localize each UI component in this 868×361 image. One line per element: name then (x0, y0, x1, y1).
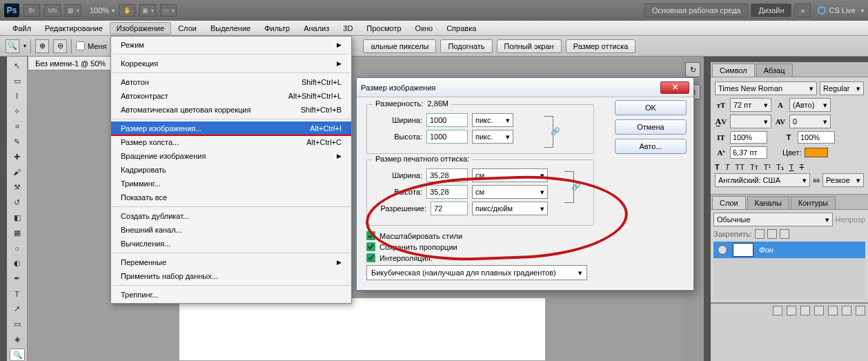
move-tool-icon[interactable]: ↖ (10, 59, 25, 72)
screen-mode-button[interactable]: ▭▾ (160, 4, 177, 17)
text-color-swatch[interactable] (805, 148, 828, 157)
font-style-select[interactable]: Regular▾ (820, 81, 864, 95)
chain-icon[interactable]: 🔗 (551, 127, 560, 136)
group-icon[interactable] (828, 306, 838, 315)
menu-item[interactable]: Применить набор данных... (111, 269, 351, 283)
tab-symbol[interactable]: Символ (712, 64, 755, 77)
new-layer-icon[interactable] (842, 306, 851, 315)
underline-icon[interactable]: T (789, 163, 794, 172)
resolution-input[interactable] (431, 202, 468, 215)
antialias-select[interactable]: Резкое▾ (822, 173, 864, 187)
path-tool-icon[interactable]: ↗ (10, 303, 25, 315)
mask-icon[interactable] (800, 306, 810, 315)
tab-layers[interactable]: Слои (712, 196, 746, 209)
menu-item[interactable]: Переменные▶ (111, 255, 351, 269)
dialog-titlebar[interactable]: Размер изображения ✕ (357, 78, 693, 97)
lock-all-icon[interactable] (780, 229, 789, 239)
menu-image[interactable]: Изображение (110, 22, 171, 35)
menu-item[interactable]: Коррекция▶ (111, 57, 351, 70)
hscale-input[interactable]: 100% (798, 131, 835, 144)
eraser-tool-icon[interactable]: ◧ (10, 211, 25, 224)
menu-item[interactable]: АвтотонShift+Ctrl+L (111, 75, 351, 89)
print-height-unit[interactable]: см▾ (472, 185, 548, 199)
menu-item[interactable]: Тримминг... (111, 177, 351, 191)
print-height-input[interactable] (426, 185, 468, 199)
brush-tool-icon[interactable]: 🖌 (10, 166, 25, 178)
tab-paragraph[interactable]: Абзац (756, 64, 793, 77)
cslive-button[interactable]: CS Live ▾ (818, 6, 864, 14)
menu-item[interactable]: Вращение изображения▶ (111, 149, 351, 163)
shape-tool-icon[interactable]: ▭ (10, 318, 25, 331)
menu-item[interactable]: Вычисления... (111, 237, 351, 251)
menu-item[interactable]: АвтоконтрастAlt+Shift+Ctrl+L (111, 89, 351, 103)
zoom-tool-icon[interactable]: 🔍 (10, 349, 25, 361)
pen-tool-icon[interactable]: ✒ (10, 273, 25, 285)
language-select[interactable]: Английский: США▾ (715, 173, 810, 187)
fx-icon[interactable] (787, 306, 796, 315)
layer-row[interactable]: Фон (713, 242, 865, 258)
menu-item[interactable]: Кадрировать (111, 163, 351, 177)
menu-item[interactable]: Автоматическая цветовая коррекцияShift+C… (111, 103, 351, 117)
lock-position-icon[interactable] (767, 229, 777, 239)
type-tool-icon[interactable]: T (10, 288, 25, 300)
tool-preset-icon[interactable]: 🔍 (6, 39, 19, 53)
lasso-tool-icon[interactable]: ⌇ (10, 90, 25, 102)
ok-button[interactable]: OK (615, 100, 687, 115)
menu-item[interactable]: Размер холста...Alt+Ctrl+C (111, 135, 351, 149)
eyedropper-tool-icon[interactable]: ✎ (10, 135, 25, 148)
cancel-button[interactable]: Отмена (615, 119, 687, 135)
tab-channels[interactable]: Каналы (747, 196, 789, 209)
workspace-default-button[interactable]: Основная рабочая среда (644, 3, 749, 17)
interpolation-select[interactable]: Бикубическая (наилучшая для плавных град… (366, 265, 587, 280)
superscript-icon[interactable]: T¹ (764, 163, 771, 172)
menu-window[interactable]: Окно (408, 22, 440, 35)
pixel-height-input[interactable] (426, 130, 468, 144)
chain-icon[interactable]: 🔗 (571, 182, 581, 191)
menu-item[interactable]: Создать дубликат... (111, 209, 351, 223)
real-pixels-button[interactable]: альные пикселы (363, 39, 436, 53)
kerning-select[interactable]: ▾ (730, 115, 771, 128)
scale-styles-checkbox[interactable]: Масштабировать стили (366, 231, 684, 240)
menu-filter[interactable]: Фильтр (257, 22, 297, 35)
minibridge-button[interactable]: Mb (44, 4, 61, 17)
print-width-unit[interactable]: см▾ (472, 168, 548, 182)
marquee-tool-icon[interactable]: ▭ (10, 75, 25, 87)
pixel-height-unit[interactable]: пикс.▾ (472, 130, 513, 144)
pixel-width-input[interactable] (426, 113, 468, 127)
interpolation-checkbox[interactable]: Интерполяция: (366, 253, 684, 262)
blend-mode-select[interactable]: Обычные▾ (713, 213, 833, 226)
pixel-width-unit[interactable]: пикс.▾ (472, 113, 513, 127)
resize-checkbox[interactable]: Меня (76, 41, 106, 50)
document-tab[interactable]: Без имени-1 @ 50% (28, 57, 113, 70)
constrain-prop-checkbox[interactable]: Сохранить пропорции (366, 242, 684, 251)
view-extras-button[interactable]: ▦▾ (65, 4, 81, 17)
menu-item[interactable]: Внешний канал... (111, 223, 351, 237)
strike-icon[interactable]: T (800, 163, 805, 172)
italic-icon[interactable]: T (725, 163, 730, 172)
3d-tool-icon[interactable]: ◈ (10, 333, 25, 346)
fullscreen-button[interactable]: Полный экран (497, 39, 562, 53)
workspace-design-button[interactable]: Дизайн (751, 3, 791, 17)
bridge-button[interactable]: Br (23, 4, 40, 17)
menu-select[interactable]: Выделение (204, 22, 257, 35)
chevron-down-icon[interactable]: ▾ (112, 8, 115, 14)
adjustment-icon[interactable] (814, 306, 824, 315)
arrange-docs-button[interactable]: ▣▾ (139, 4, 156, 17)
subscript-icon[interactable]: T₁ (776, 163, 784, 172)
stamp-tool-icon[interactable]: ⚒ (10, 181, 25, 193)
tools-handle[interactable] (0, 57, 7, 361)
smallcaps-icon[interactable]: Tт (750, 163, 758, 172)
menu-item[interactable]: Показать все (111, 191, 351, 204)
print-size-button[interactable]: Размер оттиска (566, 39, 636, 53)
zoom-out-icon[interactable]: ⊖ (53, 39, 67, 53)
menu-analysis[interactable]: Анализ (297, 22, 336, 35)
menu-3d[interactable]: 3D (336, 22, 359, 35)
panels-handle[interactable] (704, 57, 711, 361)
lock-pixels-icon[interactable] (755, 229, 765, 239)
menu-view[interactable]: Просмотр (359, 22, 408, 35)
close-button[interactable]: ✕ (660, 81, 689, 94)
hand-tool-icon[interactable]: ✋ (119, 4, 135, 17)
menu-layers[interactable]: Слои (171, 22, 204, 35)
auto-button[interactable]: Авто... (615, 139, 687, 154)
menu-item[interactable]: Режим▶ (111, 38, 351, 52)
